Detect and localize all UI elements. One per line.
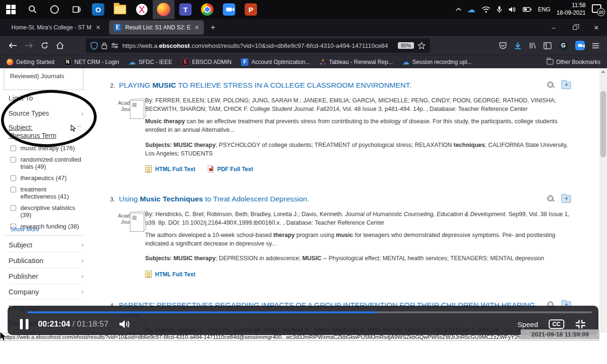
taskbar-search-button[interactable] [22, 0, 44, 19]
windows-taskbar: O T P ☁ ENG [0, 0, 607, 19]
tray-chevron-button[interactable] [456, 8, 461, 11]
language-indicator[interactable]: ENG [538, 6, 551, 13]
taskbar-chrome-button[interactable] [196, 0, 218, 19]
speed-button[interactable]: Speed [517, 320, 538, 328]
pause-button[interactable] [20, 319, 28, 329]
checkbox[interactable] [10, 175, 16, 181]
tab-home-st-miras[interactable]: Home-St. Mira's College - ST M ✕ [7, 20, 105, 35]
chevron-right-icon: › [82, 257, 83, 264]
preview-icon[interactable] [547, 82, 554, 89]
taskbar-firefox-button[interactable] [153, 0, 175, 19]
forward-button[interactable] [25, 42, 33, 49]
new-tab-button[interactable]: + [211, 23, 215, 32]
bookmark-getting-started[interactable]: Getting Started [7, 59, 55, 65]
recording-timestamp-watermark: 2021-09-18 11:59:09 [521, 329, 599, 339]
video-progress-bar[interactable] [28, 311, 592, 313]
peer-reviewed-limiter[interactable]: Reviewed) Journals [4, 68, 83, 90]
bookmark-account-optimization[interactable]: FAccount Optimization... [241, 58, 310, 66]
filter-randomized-controlled-trials[interactable]: randomized controlled trials (49) [10, 156, 83, 171]
zoom-level-badge[interactable]: 90% [398, 42, 414, 49]
limit-to-heading[interactable]: Limit To [9, 94, 33, 102]
notification-center-button[interactable]: 20 [592, 4, 603, 15]
checkbox[interactable] [10, 205, 16, 211]
menu-button[interactable] [592, 43, 599, 49]
pocket-icon[interactable] [499, 42, 507, 50]
start-button[interactable] [0, 0, 22, 19]
pdf-full-text-link[interactable]: PDF Full Text [208, 165, 253, 173]
bookmark-session-recording[interactable]: ☁Session recording upl... [402, 58, 471, 65]
closed-captions-button[interactable]: CC [549, 319, 564, 329]
facet-company[interactable]: Company› [9, 284, 83, 300]
other-bookmarks-button[interactable]: Other Bookmarks [547, 59, 600, 65]
taskbar-powerpoint-button[interactable]: P [240, 0, 262, 19]
html-full-text-link[interactable]: HTML Full Text [145, 271, 195, 278]
close-window-button[interactable]: ✕ [586, 19, 607, 36]
filter-treatment-effectiveness[interactable]: treatment effectiveness (41) [10, 186, 83, 200]
close-tab-icon[interactable]: ✕ [96, 24, 101, 31]
library-icon[interactable] [529, 42, 536, 49]
bookmark-ebsco-admin[interactable]: EEBSCO ADMIN [182, 58, 231, 66]
current-time: 00:21:04 [38, 319, 70, 328]
exit-fullscreen-button[interactable] [575, 319, 586, 329]
checkbox[interactable] [10, 146, 16, 151]
clock-date: 18-09-2021 [557, 9, 586, 17]
notification-count-badge: 20 [597, 8, 605, 16]
facet-subject-thesaurus-term[interactable]: Subject: Thesaurus Term [9, 124, 65, 140]
scrollbar-thumb[interactable] [600, 91, 606, 157]
add-to-folder-icon[interactable] [561, 82, 571, 89]
volume-button[interactable] [119, 319, 131, 329]
page-scrollbar[interactable] [599, 68, 607, 333]
taskbar-zoom-button[interactable] [218, 0, 240, 19]
facet-publisher[interactable]: Publisher› [9, 268, 83, 284]
downloads-icon[interactable] [514, 42, 522, 50]
preview-icon[interactable] [547, 195, 554, 202]
bookmark-star-icon[interactable] [418, 42, 425, 49]
facet-subject[interactable]: Subject› [9, 237, 83, 253]
microphone-icon[interactable] [497, 6, 502, 13]
bookmark-net-crm[interactable]: NNET CRM - Login [64, 58, 119, 66]
html-full-text-link[interactable]: HTML Full Text [145, 165, 195, 173]
close-tab-icon[interactable]: ✕ [194, 24, 199, 31]
zoom-meeting-icon[interactable] [575, 41, 585, 50]
grammarly-icon[interactable]: G [559, 41, 568, 50]
onedrive-icon[interactable]: ☁ [468, 6, 476, 14]
taskbar-snip-button[interactable] [131, 0, 153, 19]
taskbar-teams-button[interactable]: T [175, 0, 196, 19]
speaker-icon[interactable] [508, 6, 516, 13]
tab-result-list[interactable]: E Result List: S1 AND S2: EBSCOh ✕ [109, 20, 204, 35]
url-text[interactable]: https://web.a.ebscohost.com/ehost/result… [122, 42, 394, 49]
reload-button[interactable] [41, 42, 48, 49]
result-title-link[interactable]: PLAYING MUSIC TO RELIEVE STRESS IN A COL… [119, 81, 412, 90]
add-to-folder-icon[interactable] [561, 195, 571, 203]
restore-button[interactable] [564, 19, 586, 36]
battery-icon[interactable] [523, 7, 532, 12]
wifi-icon[interactable] [482, 6, 490, 13]
clock[interactable]: 11:58 18-09-2021 [557, 2, 586, 17]
windows-logo-icon [6, 5, 16, 14]
home-button[interactable] [56, 42, 64, 49]
lock-icon[interactable] [101, 42, 107, 49]
tracking-shield-icon[interactable] [91, 42, 98, 50]
bookmark-tableau[interactable]: Tableau - Renewal Rep... [320, 59, 393, 65]
bookmark-sfdc-ieee[interactable]: ☁SFDC - IEEE [129, 58, 172, 65]
filter-therapeutics[interactable]: therapeutics (47) [10, 175, 83, 182]
sidebar-toggle-icon[interactable] [543, 42, 552, 49]
facet-source-types[interactable]: Source Types› [9, 109, 83, 117]
taskbar-file-explorer-button[interactable] [109, 0, 131, 19]
show-more-link[interactable]: Show More [10, 226, 39, 233]
filter-descriptive-statistics[interactable]: descriptive statistics (39) [10, 205, 83, 219]
filter-music-therapy[interactable]: music therapy (176) [10, 145, 83, 152]
web-page-content: Reviewed) Journals Limit To Source Types… [0, 68, 607, 333]
permissions-icon[interactable] [111, 43, 119, 48]
result-title-link[interactable]: Using Music Techniques to Treat Adolesce… [119, 194, 309, 204]
cortana-button[interactable] [44, 0, 65, 19]
checkbox[interactable] [10, 187, 16, 192]
minimize-button[interactable]: – [543, 19, 564, 36]
address-bar[interactable]: https://web.a.ebscohost.com/ehost/result… [86, 38, 430, 53]
facet-publication[interactable]: Publication› [9, 253, 83, 268]
task-view-button[interactable] [65, 0, 87, 19]
checkbox[interactable] [10, 157, 16, 163]
scroll-up-arrow-icon[interactable] [601, 70, 605, 73]
taskbar-outlook-button[interactable]: O [87, 0, 109, 19]
back-button[interactable] [9, 42, 17, 49]
